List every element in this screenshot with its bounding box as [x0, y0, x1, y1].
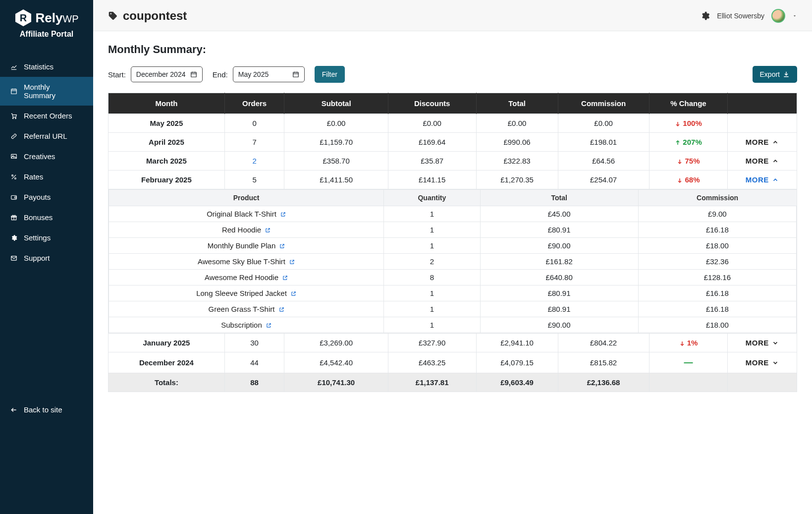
cell-more: MORE [728, 334, 797, 352]
column-header: Subtotal [284, 93, 388, 114]
table-row: January 202530£3,269.00£327.90£2,941.10£… [108, 334, 797, 352]
table-row: February 20255£1,411.50£141.15£1,270.35£… [108, 171, 797, 189]
export-button[interactable]: Export [753, 66, 797, 83]
product-link[interactable]: Awesome Red Hoodie [205, 273, 288, 282]
logo-mark-icon: R [14, 9, 32, 27]
cell-change: 1% [649, 334, 728, 352]
end-date-input[interactable]: May 2025 [233, 66, 305, 82]
detail-item: Green Grass T-Shirt 1£80.91£16.18 [109, 301, 797, 317]
cell-orders: 2 [224, 152, 284, 171]
tag-icon [108, 11, 118, 21]
product-link[interactable]: Subscription [221, 321, 271, 329]
detail-total: £80.91 [480, 286, 638, 301]
more-toggle[interactable]: MORE [746, 138, 779, 146]
product-link[interactable]: Long Sleeve Striped Jacket [196, 289, 296, 297]
detail-commission: £16.18 [638, 222, 796, 238]
sidebar-item-recent-orders[interactable]: Recent Orders [0, 106, 93, 126]
sidebar-item-bonuses[interactable]: Bonuses [0, 207, 93, 228]
cell-change: 68% [649, 171, 728, 189]
external-link-icon [291, 290, 296, 297]
totals-orders: 88 [224, 373, 284, 392]
svg-line-37 [292, 260, 294, 262]
column-header [728, 93, 797, 114]
cell-month: February 2025 [108, 171, 225, 189]
calendar-icon [10, 87, 18, 95]
column-header: Month [108, 93, 225, 114]
external-link-icon [282, 275, 288, 282]
product-link[interactable]: Awesome Sky Blue T-Shirt [198, 257, 295, 266]
detail-header: Product [109, 190, 384, 206]
totals-subtotal: £10,741.30 [284, 373, 388, 392]
sidebar-item-rates[interactable]: Rates [0, 167, 93, 187]
detail-product: Red Hoodie [109, 222, 384, 238]
detail-qty: 8 [384, 270, 480, 286]
user-name[interactable]: Elliot Sowersby [717, 12, 764, 20]
calendar-icon [292, 71, 299, 78]
svg-rect-14 [11, 195, 17, 199]
detail-qty: 1 [384, 301, 480, 317]
logo[interactable]: R RelyWP Affiliate Portal [0, 9, 93, 46]
chart-icon [10, 63, 18, 71]
cell-month: December 2024 [108, 352, 225, 373]
more-toggle[interactable]: MORE [746, 339, 779, 347]
product-link[interactable]: Original Black T-Shirt [207, 210, 286, 218]
cell-discounts: £463.25 [388, 352, 476, 373]
external-link-icon [265, 227, 271, 234]
wallet-icon [10, 193, 18, 201]
sidebar-item-creatives[interactable]: Creatives [0, 146, 93, 167]
detail-item: Red Hoodie 1£80.91£16.18 [109, 222, 797, 238]
cell-total: £322.83 [476, 152, 558, 171]
gear-icon[interactable] [700, 11, 710, 21]
brand-name: Rely [35, 10, 62, 25]
back-to-site-label: Back to site [24, 405, 62, 414]
cell-more [728, 114, 797, 133]
detail-qty: 1 [384, 238, 480, 254]
orders-link[interactable]: 2 [252, 157, 256, 165]
detail-total: £90.00 [480, 317, 638, 333]
cell-total: £2,941.10 [476, 334, 558, 352]
product-link[interactable]: Green Grass T-Shirt [209, 305, 284, 313]
avatar[interactable] [771, 9, 785, 23]
detail-total: £640.80 [480, 270, 638, 286]
cell-commission: £198.01 [558, 133, 649, 152]
detail-product: Monthly Bundle Plan [109, 238, 384, 254]
svg-rect-15 [15, 196, 17, 198]
sidebar-item-referral-url[interactable]: Referral URL [0, 126, 93, 146]
sidebar-item-settings[interactable]: Settings [0, 228, 93, 248]
sidebar-item-support[interactable]: Support [0, 248, 93, 268]
sidebar-item-label: Bonuses [24, 213, 53, 222]
svg-rect-25 [293, 72, 298, 77]
cell-subtotal: £4,542.40 [284, 352, 388, 373]
page-title: coupontest [123, 9, 187, 23]
sidebar-item-monthly-summary[interactable]: Monthly Summary [0, 77, 93, 106]
detail-header: Commission [638, 190, 796, 206]
change-down: 100% [675, 119, 702, 127]
product-link[interactable]: Monthly Bundle Plan [208, 241, 285, 250]
topbar: coupontest Elliot Sowersby [93, 0, 812, 31]
cell-discounts: £327.90 [388, 334, 476, 352]
mail-icon [10, 254, 18, 262]
cell-subtotal: £358.70 [284, 152, 388, 171]
sidebar-item-statistics[interactable]: Statistics [0, 57, 93, 77]
external-link-icon [279, 306, 284, 313]
more-toggle[interactable]: MORE [746, 175, 779, 184]
more-toggle[interactable]: MORE [746, 157, 779, 165]
totals-discounts: £1,137.81 [388, 373, 476, 392]
detail-commission: £128.16 [638, 270, 796, 286]
cell-orders: 7 [224, 133, 284, 152]
product-link[interactable]: Red Hoodie [222, 226, 271, 234]
cell-total: £4,079.15 [476, 352, 558, 373]
more-toggle[interactable]: MORE [746, 358, 779, 367]
sidebar-item-payouts[interactable]: Payouts [0, 187, 93, 207]
start-date-input[interactable]: December 2024 [131, 66, 203, 82]
svg-text:R: R [20, 12, 27, 23]
column-header: % Change [649, 93, 728, 114]
portal-subtitle: Affiliate Portal [5, 30, 88, 39]
external-link-icon [279, 243, 285, 250]
filter-button[interactable]: Filter [315, 66, 345, 83]
caret-down-icon[interactable] [792, 13, 797, 18]
sidebar-item-label: Settings [24, 233, 51, 242]
cell-more: MORE [728, 152, 797, 171]
column-header: Discounts [388, 93, 476, 114]
back-to-site[interactable]: Back to site [0, 400, 93, 420]
